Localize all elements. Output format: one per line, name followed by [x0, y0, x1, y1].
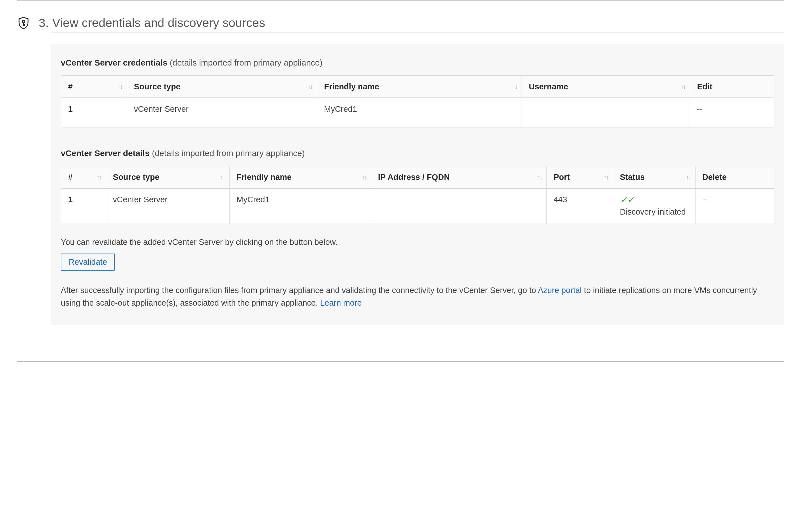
col-source-type[interactable]: Source type ↑↓ [127, 76, 317, 98]
sort-icon: ↑↓ [118, 83, 122, 91]
cell-source-type: vCenter Server [106, 189, 229, 224]
section-header: 3. View credentials and discovery source… [17, 16, 784, 30]
table-row: 1 vCenter Server MyCred1 443 ✓✓ Discover… [61, 189, 774, 224]
sort-icon: ↑↓ [681, 83, 685, 91]
cell-edit: -- [690, 98, 774, 127]
status-text: Discovery initiated [620, 207, 686, 216]
cell-ip-fqdn [371, 189, 546, 224]
col-friendly-name[interactable]: Friendly name ↑↓ [317, 76, 522, 98]
col-port[interactable]: Port ↑↓ [546, 166, 613, 189]
revalidate-help: You can revalidate the added vCenter Ser… [61, 238, 775, 247]
double-check-icon: ✓✓ [620, 195, 688, 205]
shield-key-icon [17, 16, 30, 30]
section-title: 3. View credentials and discovery source… [39, 16, 265, 30]
section-sub-divider [51, 33, 784, 33]
bottom-divider [17, 361, 784, 362]
col-delete: Delete [695, 166, 774, 189]
cell-username [522, 98, 690, 127]
content-panel: vCenter Server credentials (details impo… [51, 44, 784, 325]
table-header-row: # ↑↓ Source type ↑↓ Friendly name ↑↓ IP … [61, 166, 774, 189]
sort-icon: ↑↓ [97, 174, 101, 181]
sort-icon: ↑↓ [513, 83, 517, 91]
cell-delete: -- [695, 189, 774, 224]
cell-friendly-name: MyCred1 [317, 98, 522, 127]
sort-icon: ↑↓ [604, 174, 608, 181]
info-paragraph: After successfully importing the configu… [61, 284, 775, 309]
cell-index: 1 [61, 189, 106, 224]
cell-port: 443 [546, 189, 613, 224]
details-heading: vCenter Server details (details imported… [61, 149, 775, 158]
credentials-heading: vCenter Server credentials (details impo… [61, 58, 775, 68]
table-header-row: # ↑↓ Source type ↑↓ Friendly name ↑↓ Use… [61, 76, 774, 98]
credentials-table: # ↑↓ Source type ↑↓ Friendly name ↑↓ Use… [61, 75, 775, 128]
col-status[interactable]: Status ↑↓ [613, 166, 695, 189]
cell-friendly-name: MyCred1 [229, 189, 371, 224]
revalidate-button[interactable]: Revalidate [61, 253, 115, 271]
sort-icon: ↑↓ [308, 83, 312, 91]
cell-source-type: vCenter Server [127, 98, 317, 127]
sort-icon: ↑↓ [220, 174, 225, 181]
cell-index: 1 [61, 98, 127, 127]
sort-icon: ↑↓ [686, 174, 691, 181]
col-edit: Edit [690, 76, 774, 98]
details-table: # ↑↓ Source type ↑↓ Friendly name ↑↓ IP … [61, 166, 775, 224]
col-username[interactable]: Username ↑↓ [522, 76, 690, 98]
col-index[interactable]: # ↑↓ [61, 166, 106, 189]
col-source-type[interactable]: Source type ↑↓ [106, 166, 229, 189]
azure-portal-link[interactable]: Azure portal [538, 286, 581, 295]
learn-more-link[interactable]: Learn more [320, 298, 361, 307]
col-friendly-name[interactable]: Friendly name ↑↓ [229, 166, 371, 189]
sort-icon: ↑↓ [537, 174, 542, 181]
table-row: 1 vCenter Server MyCred1 -- [61, 98, 774, 127]
cell-status: ✓✓ Discovery initiated [613, 189, 695, 224]
col-ip-fqdn[interactable]: IP Address / FQDN ↑↓ [371, 166, 546, 189]
sort-icon: ↑↓ [362, 174, 366, 181]
col-index[interactable]: # ↑↓ [61, 76, 127, 98]
top-divider [17, 0, 784, 1]
